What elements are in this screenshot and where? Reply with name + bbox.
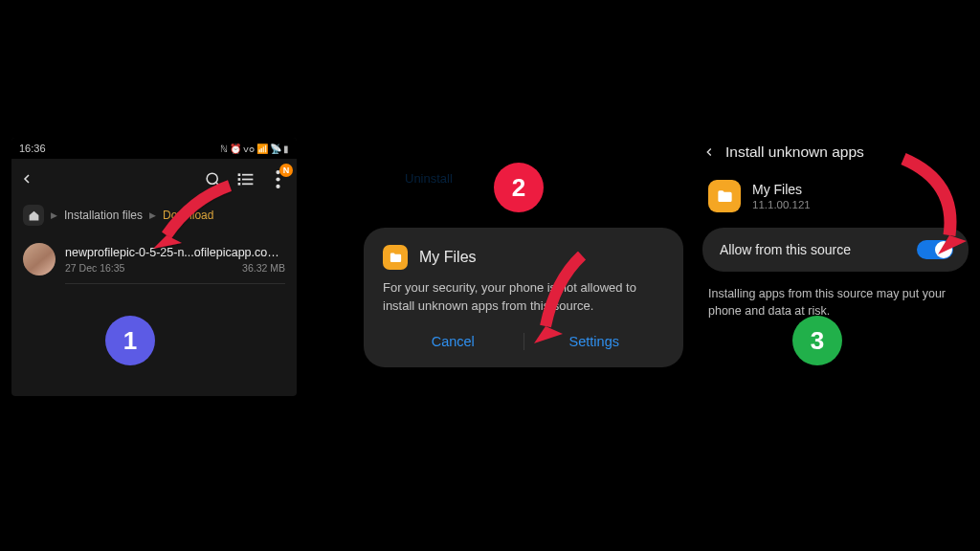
signal-icon: 📶: [256, 143, 268, 154]
install-unknown-apps-screen: Install unknown apps My Files 11.1.00.12…: [702, 143, 969, 320]
svg-rect-5: [242, 178, 253, 180]
settings-button[interactable]: Settings: [524, 334, 665, 349]
home-icon[interactable]: [23, 205, 44, 226]
step-number: 1: [123, 326, 137, 356]
step-number: 3: [811, 326, 824, 356]
breadcrumb: ▶ Installation files ▶ Download: [11, 199, 297, 235]
toggle-switch[interactable]: [917, 240, 953, 259]
dialog-body: For your security, your phone is not all…: [383, 279, 664, 316]
toggle-knob: [935, 241, 952, 258]
back-icon[interactable]: [19, 171, 34, 187]
svg-rect-3: [242, 173, 253, 175]
top-bar: N: [11, 159, 297, 199]
step-number: 2: [512, 173, 525, 203]
step-badge-3: 3: [792, 316, 842, 365]
more-icon[interactable]: N: [266, 167, 289, 190]
dimmed-uninstall-button: Uninstall: [405, 171, 453, 186]
svg-point-9: [276, 177, 279, 181]
svg-rect-4: [237, 178, 240, 181]
step-badge-1: 1: [105, 316, 155, 365]
app-version: 11.1.00.121: [752, 199, 811, 210]
status-bar: 16:36 ℕ ⏰ 𝗏𝗈 📶 📡 ▮: [11, 138, 297, 159]
dialog-header: My Files: [383, 245, 664, 270]
divider: [65, 283, 285, 284]
svg-line-1: [216, 183, 220, 187]
allow-source-label: Allow from this source: [720, 242, 851, 257]
app-name: My Files: [752, 182, 811, 197]
file-size: 36.32 MB: [242, 262, 285, 274]
screen-title: Install unknown apps: [725, 143, 864, 161]
security-dialog: My Files For your security, your phone i…: [364, 228, 683, 367]
svg-rect-7: [242, 183, 253, 185]
file-manager-screen: 16:36 ℕ ⏰ 𝗏𝗈 📶 📡 ▮ N ▶ Installatio: [11, 138, 297, 396]
chevron-right-icon: ▶: [51, 210, 57, 220]
dialog-actions: Cancel Settings: [383, 333, 664, 360]
svg-point-10: [276, 184, 279, 187]
status-icons: ℕ ⏰ 𝗏𝗈 📶 📡 ▮: [220, 143, 289, 154]
wifi-icon: 📡: [270, 143, 281, 154]
folder-icon: [708, 180, 741, 212]
breadcrumb-level1[interactable]: Installation files: [64, 209, 143, 222]
screen-header: Install unknown apps: [702, 143, 969, 161]
view-list-icon[interactable]: [234, 167, 256, 190]
battery-icon: ▮: [283, 143, 289, 154]
file-list-item[interactable]: newprofilepic-0-5-25-n...ofilepicapp.com…: [11, 235, 297, 283]
breadcrumb-level2[interactable]: Download: [163, 209, 213, 222]
file-meta: newprofilepic-0-5-25-n...ofilepicapp.com…: [65, 246, 285, 274]
alarm-icon: ⏰: [230, 143, 241, 154]
app-info: My Files 11.1.00.121: [702, 180, 969, 212]
svg-rect-2: [237, 173, 240, 176]
folder-icon: [383, 245, 408, 270]
nfc-icon: ℕ: [220, 143, 228, 154]
notification-badge: N: [279, 164, 293, 177]
chevron-right-icon: ▶: [149, 210, 156, 220]
svg-rect-6: [237, 183, 240, 186]
file-name: newprofilepic-0-5-25-n...ofilepicapp.com…: [65, 246, 285, 259]
volte-icon: 𝗏𝗈: [243, 143, 255, 154]
warning-text: Installing apps from this source may put…: [702, 285, 969, 320]
dialog-title: My Files: [419, 249, 477, 266]
allow-source-row[interactable]: Allow from this source: [702, 228, 969, 272]
search-icon[interactable]: [201, 167, 224, 190]
file-date: 27 Dec 16:35: [65, 262, 124, 274]
clock-text: 16:36: [19, 143, 46, 154]
cancel-button[interactable]: Cancel: [383, 334, 523, 349]
back-icon[interactable]: [702, 145, 716, 159]
step-badge-2: 2: [494, 163, 544, 212]
svg-point-0: [207, 173, 217, 184]
file-thumbnail: [23, 243, 56, 276]
